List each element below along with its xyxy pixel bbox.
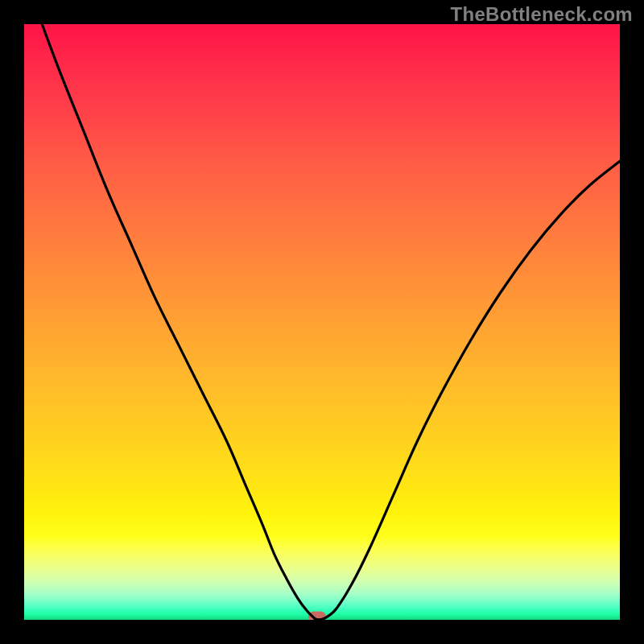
plot-area: [24, 24, 620, 620]
watermark-text: TheBottleneck.com: [451, 3, 633, 26]
bottleneck-curve-svg: [24, 24, 620, 620]
bottleneck-curve-path: [42, 24, 620, 620]
stage: TheBottleneck.com: [0, 0, 644, 644]
